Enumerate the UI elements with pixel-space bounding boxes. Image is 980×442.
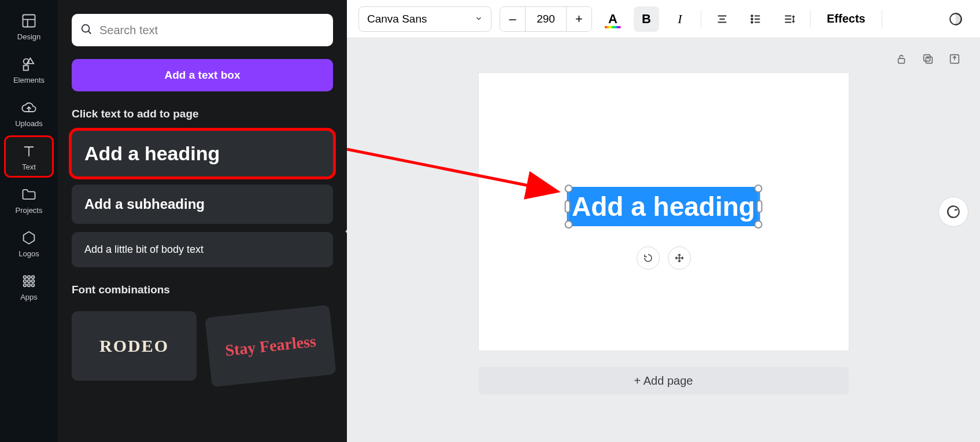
italic-button[interactable]: I [667, 6, 693, 32]
rail-label: Uploads [15, 119, 43, 128]
font-family-value: Canva Sans [367, 13, 427, 25]
rail-projects[interactable]: Projects [6, 181, 52, 219]
svg-point-6 [24, 280, 27, 283]
font-combo-fearless[interactable]: Stay Fearless [205, 305, 336, 387]
text-element-content: Add a heading [572, 191, 755, 222]
svg-point-12 [82, 25, 90, 32]
selected-text-element[interactable]: Add a heading [568, 189, 759, 224]
text-color-button[interactable]: A [600, 6, 626, 32]
font-combinations-label: Font combinations [72, 283, 333, 296]
rotate-button[interactable] [637, 246, 660, 270]
rail-text[interactable]: Text [6, 137, 52, 176]
ai-assist-fab[interactable] [938, 197, 968, 227]
svg-point-15 [751, 21, 753, 23]
add-heading-option[interactable]: Add a heading [72, 131, 333, 176]
list-button[interactable] [743, 6, 768, 32]
shapes-icon [21, 56, 37, 72]
svg-point-14 [751, 18, 753, 20]
stage: Add a heading + Add page [347, 38, 980, 442]
rail-logos[interactable]: Logos [6, 224, 52, 263]
font-size-increase-button[interactable]: + [566, 7, 591, 31]
rail-design[interactable]: Design [6, 7, 52, 46]
layout-icon [21, 13, 37, 29]
svg-point-5 [32, 276, 35, 279]
svg-rect-2 [24, 65, 28, 70]
canvas-page[interactable]: Add a heading [479, 73, 849, 351]
cloud-upload-icon [21, 100, 37, 116]
add-body-text-option[interactable]: Add a little bit of body text [72, 232, 333, 267]
apps-grid-icon [21, 273, 37, 289]
color-spectrum-icon [605, 26, 621, 28]
font-size-group: – + [500, 6, 592, 32]
effects-button[interactable]: Effects [819, 6, 874, 32]
add-page-button[interactable]: + Add page [479, 367, 849, 395]
text-icon [21, 143, 37, 159]
transparency-button[interactable] [943, 6, 968, 32]
resize-handle-br[interactable] [755, 220, 763, 229]
rail-label: Design [17, 32, 40, 41]
resize-handle-l[interactable] [564, 200, 570, 213]
rail-label: Logos [19, 249, 39, 258]
search-container [72, 14, 333, 46]
alignment-button[interactable] [709, 6, 735, 32]
text-panel: Add a text box Click text to add to page… [58, 0, 347, 442]
search-icon [80, 23, 93, 38]
rail-label: Projects [16, 206, 43, 215]
svg-point-7 [28, 280, 31, 283]
svg-point-13 [751, 15, 753, 17]
font-size-decrease-button[interactable]: – [500, 7, 526, 31]
editor-toolbar: Canva Sans – + A B I Effects [347, 0, 980, 38]
resize-handle-tr[interactable] [755, 185, 763, 193]
svg-point-11 [32, 284, 35, 287]
font-family-select[interactable]: Canva Sans [358, 6, 491, 32]
spacing-button[interactable] [776, 6, 802, 32]
canvas-area: Canva Sans – + A B I Effects Add a headi [347, 0, 980, 442]
element-float-controls [637, 246, 691, 270]
divider [882, 10, 882, 28]
rail-label: Text [22, 163, 36, 171]
svg-point-10 [28, 284, 31, 287]
add-subheading-option[interactable]: Add a subheading [72, 185, 333, 224]
logo-icon [21, 230, 37, 246]
rail-label: Apps [20, 293, 38, 301]
divider [810, 10, 811, 28]
resize-handle-r[interactable] [757, 200, 763, 213]
move-button[interactable] [668, 246, 691, 270]
folder-icon [21, 186, 37, 202]
svg-rect-0 [23, 15, 35, 27]
rail-uploads[interactable]: Uploads [6, 94, 52, 132]
rail-apps[interactable]: Apps [6, 267, 52, 306]
rail-label: Elements [13, 76, 45, 84]
resize-handle-tl[interactable] [564, 185, 572, 193]
add-text-box-button[interactable]: Add a text box [72, 59, 333, 91]
font-combo-rodeo[interactable]: RODEO [72, 311, 197, 381]
resize-handle-bl[interactable] [564, 220, 572, 229]
font-size-input[interactable] [526, 13, 566, 25]
search-input[interactable] [99, 24, 325, 37]
rail-elements[interactable]: Elements [6, 50, 52, 89]
left-rail: Design Elements Uploads Text Projects Lo… [0, 0, 58, 442]
font-combinations: RODEO Stay Fearless [72, 311, 333, 381]
svg-point-8 [32, 280, 35, 283]
svg-point-3 [24, 276, 27, 279]
divider [701, 10, 701, 28]
svg-point-9 [24, 284, 27, 287]
bold-button[interactable]: B [634, 6, 659, 32]
chevron-down-icon [475, 13, 483, 25]
svg-point-4 [28, 276, 31, 279]
section-label: Click text to add to page [72, 108, 333, 120]
